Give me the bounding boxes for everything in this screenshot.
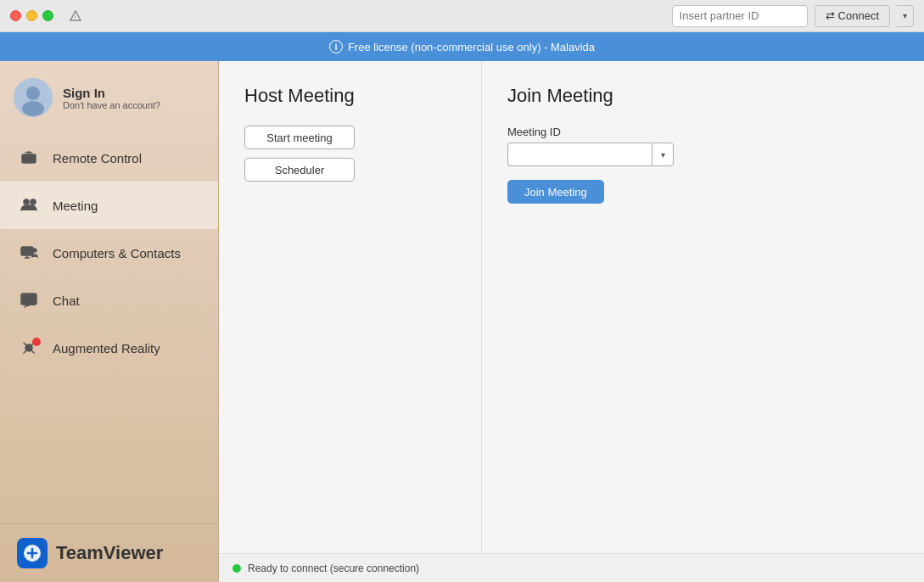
meeting-icon (17, 193, 41, 217)
svg-point-3 (22, 101, 44, 116)
partner-id-input[interactable] (672, 5, 808, 27)
status-text: Ready to connect (secure connection) (248, 562, 419, 574)
augmented-reality-label: Augmented Reality (53, 341, 160, 355)
meeting-id-dropdown[interactable]: ▾ (652, 143, 674, 166)
minimize-button[interactable] (26, 10, 37, 21)
computers-contacts-label: Computers & Contacts (53, 246, 181, 260)
svg-rect-4 (22, 154, 36, 163)
user-section: Sign In Don't have an account? (0, 61, 218, 134)
content-area: Host Meeting Start meeting Scheduler Joi… (219, 61, 924, 582)
svg-point-12 (31, 199, 36, 204)
ar-icon-wrapper (17, 336, 41, 360)
svg-rect-17 (21, 294, 36, 305)
sidebar-item-chat[interactable]: Chat (0, 277, 218, 324)
titlebar: ! ⇄ Connect ▾ (0, 0, 924, 32)
maximize-button[interactable] (42, 10, 53, 21)
svg-line-10 (29, 152, 32, 153)
join-meeting-button[interactable]: Join Meeting (507, 180, 604, 204)
info-icon: i (329, 40, 343, 53)
svg-point-2 (26, 87, 40, 100)
avatar (14, 78, 53, 117)
svg-rect-13 (21, 247, 33, 255)
host-meeting-title: Host Meeting (244, 85, 456, 107)
titlebar-right: ⇄ Connect ▾ (672, 5, 914, 27)
warning-icon: ! (67, 8, 84, 25)
connect-button[interactable]: ⇄ Connect (815, 5, 890, 27)
sidebar-item-meeting[interactable]: Meeting (0, 182, 218, 229)
join-meeting-title: Join Meeting (507, 85, 899, 107)
user-info: Sign In Don't have an account? (63, 86, 160, 110)
nav-items: Remote Control Meeting (0, 134, 218, 523)
sidebar: Sign In Don't have an account? (0, 61, 219, 582)
svg-point-5 (25, 158, 28, 160)
sidebar-item-remote-control[interactable]: Remote Control (0, 134, 218, 182)
meeting-id-label: Meeting ID (507, 126, 899, 138)
svg-point-11 (24, 199, 29, 204)
remote-control-icon (17, 146, 41, 170)
status-bar: Ready to connect (secure connection) (219, 553, 924, 582)
meeting-id-input[interactable] (507, 143, 652, 166)
meeting-id-row: ▾ (507, 143, 899, 166)
join-meeting-panel: Join Meeting Meeting ID ▾ Join Meeting (482, 61, 924, 553)
sidebar-footer: TeamViewer (0, 523, 218, 582)
no-account-text: Don't have an account? (63, 100, 160, 110)
meeting-label: Meeting (53, 199, 98, 213)
computers-contacts-icon (17, 241, 41, 265)
main-layout: Sign In Don't have an account? (0, 61, 924, 582)
sidebar-item-computers-contacts[interactable]: Computers & Contacts (0, 229, 218, 277)
scheduler-button[interactable]: Scheduler (244, 158, 355, 182)
chat-icon (17, 288, 41, 312)
status-indicator (232, 564, 241, 573)
ar-badge (32, 338, 41, 346)
connect-dropdown-button[interactable]: ▾ (897, 5, 914, 27)
close-button[interactable] (10, 10, 21, 21)
sign-in-label[interactable]: Sign In (63, 86, 160, 100)
chat-label: Chat (53, 294, 80, 308)
traffic-lights (10, 10, 53, 21)
teamviewer-logo-icon (17, 538, 48, 568)
start-meeting-button[interactable]: Start meeting (244, 126, 355, 149)
sidebar-item-augmented-reality[interactable]: Augmented Reality (0, 324, 218, 372)
svg-line-9 (25, 152, 29, 153)
teamviewer-logo-text: TeamViewer (56, 542, 163, 564)
license-banner: i Free license (non-commercial use only)… (0, 32, 924, 61)
svg-text:!: ! (75, 14, 76, 20)
remote-control-label: Remote Control (53, 151, 142, 165)
license-text: Free license (non-commercial use only) -… (348, 41, 595, 53)
host-meeting-panel: Host Meeting Start meeting Scheduler (219, 61, 482, 553)
svg-point-16 (33, 249, 36, 252)
content-panels: Host Meeting Start meeting Scheduler Joi… (219, 61, 924, 553)
